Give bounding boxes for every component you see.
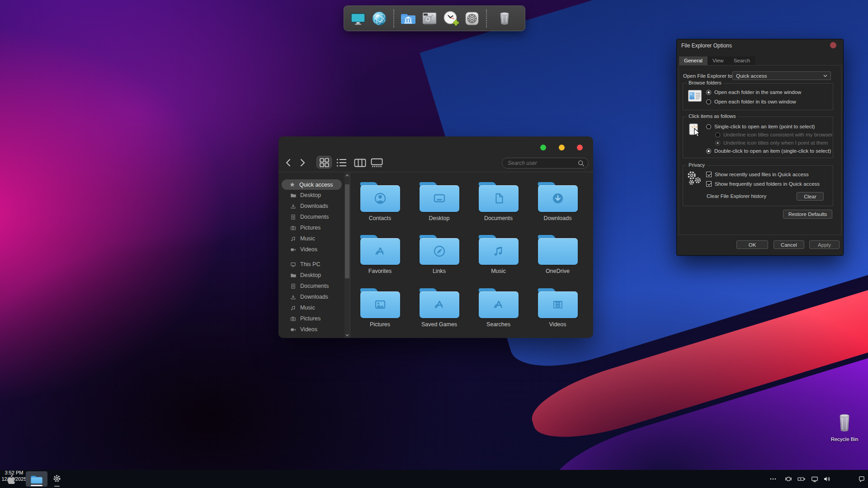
tab-search[interactable]: Search [729, 56, 755, 65]
open-to-dropdown[interactable]: Quick access [732, 71, 831, 80]
sidebar-item-pc-music[interactable]: Music [278, 302, 344, 313]
checkbox-frequent-folders[interactable]: Show frequently used folders in Quick ac… [706, 181, 820, 187]
tray-cast-icon[interactable] [785, 475, 792, 483]
checkbox-recent-files[interactable]: Show recently used files in Quick access [706, 172, 809, 177]
forward-button[interactable] [298, 158, 307, 169]
sidebar-item-label: Documents [300, 214, 329, 220]
file-grid: Contacts Desktop Documents Downloads Fav… [350, 173, 593, 338]
taskbar-settings-gear-icon[interactable] [52, 474, 61, 484]
taskbar-file-explorer-button[interactable] [26, 471, 47, 487]
dialog-close-button[interactable] [830, 42, 836, 48]
radio-button[interactable] [706, 90, 711, 95]
folder-item-documents[interactable]: Documents [469, 182, 528, 233]
folder-label: Videos [528, 321, 587, 328]
radio-own-window[interactable]: Open each folder in its own window [706, 99, 796, 104]
radio-button[interactable] [715, 141, 720, 145]
radio-same-window[interactable]: Open each folder in the same window [706, 89, 801, 95]
sidebar-scrollbar[interactable] [344, 173, 350, 338]
network-globe-icon[interactable] [369, 8, 389, 29]
window-zoom-button[interactable] [540, 145, 546, 150]
folder-label: Saved Games [410, 321, 469, 328]
ok-button[interactable]: OK [736, 240, 768, 249]
sidebar-item-label: Downloads [300, 203, 328, 209]
folder-item-links[interactable]: Links [410, 235, 469, 286]
radio-button[interactable] [715, 132, 720, 137]
sidebar-item-pc-downloads[interactable]: Downloads [278, 291, 344, 302]
checkbox[interactable] [706, 181, 712, 187]
sidebar-item-videos[interactable]: Videos [278, 244, 344, 255]
radio-button[interactable] [706, 149, 711, 154]
apply-button[interactable]: Apply [809, 240, 840, 249]
folder-item-music[interactable]: Music [469, 235, 528, 286]
folder-label: OneDrive [528, 268, 587, 274]
recycle-bin-label: Recycle Bin [822, 436, 867, 442]
sidebar-item-this-pc[interactable]: This PC [278, 259, 344, 270]
radio-label: Double-click to open an item (single-cli… [714, 148, 831, 154]
radio-single-click[interactable]: Single-click to open an item (point to s… [706, 124, 815, 129]
sidebar-item-pc-videos[interactable]: Videos [278, 324, 344, 335]
dialog-title: File Explorer Options [681, 42, 732, 49]
folder-item-favorites[interactable]: Favorites [350, 235, 410, 286]
tab-view[interactable]: View [708, 56, 729, 65]
restore-defaults-button[interactable]: Restore Defaults [783, 210, 832, 219]
gallery-view-button[interactable] [371, 158, 383, 169]
sidebar-item-pc-documents[interactable]: Documents [278, 281, 344, 291]
folder-item-desktop[interactable]: Desktop [410, 182, 469, 233]
window-close-button[interactable] [577, 145, 583, 150]
folder-item-searches[interactable]: Searches [469, 288, 528, 338]
sidebar-item-pictures[interactable]: Pictures [278, 222, 344, 233]
tray-overflow-icon[interactable] [769, 475, 777, 483]
radio-button[interactable] [706, 124, 711, 129]
sidebar-item-downloads[interactable]: Downloads [278, 201, 344, 211]
list-view-button[interactable] [336, 158, 348, 169]
library-folder-icon[interactable] [398, 8, 418, 29]
scrollbar-thumb[interactable] [345, 184, 349, 278]
radio-double-click[interactable]: Double-click to open an item (single-cli… [706, 148, 831, 154]
search-input[interactable] [502, 158, 589, 169]
folder-item-saved-games[interactable]: Saved Games [410, 288, 469, 338]
checkbox[interactable] [706, 172, 712, 177]
trash-icon[interactable] [495, 8, 514, 29]
radio-underline-browser[interactable]: Underline icon titles consistent with my… [715, 132, 833, 137]
folder-item-onedrive[interactable]: OneDrive [528, 235, 587, 286]
scroll-up-icon[interactable] [345, 174, 349, 177]
time-machine-clock-icon[interactable] [441, 8, 461, 29]
displays-icon[interactable] [348, 8, 368, 29]
grid-view-button[interactable] [316, 156, 332, 169]
cancel-button[interactable]: Cancel [774, 240, 804, 249]
folder-item-downloads[interactable]: Downloads [528, 182, 587, 233]
download-icon [290, 294, 296, 300]
tray-volume-icon[interactable] [823, 475, 830, 483]
sidebar-item-documents[interactable]: Documents [278, 211, 344, 222]
hard-drive-icon[interactable] [420, 8, 439, 29]
tab-general[interactable]: General [679, 56, 708, 65]
sidebar-item-pc-pictures[interactable]: Pictures [278, 313, 344, 324]
folder-icon [479, 235, 519, 265]
sidebar-item-music[interactable]: Music [278, 233, 344, 244]
folder-item-videos[interactable]: Videos [528, 288, 587, 338]
tray-network-icon[interactable] [811, 475, 818, 483]
running-app-indicator [54, 486, 60, 487]
radio-button[interactable] [706, 99, 711, 104]
tray-battery-icon[interactable] [797, 475, 806, 483]
radio-underline-point[interactable]: Underline icon titles only when I point … [715, 140, 828, 145]
start-apple-icon[interactable] [7, 474, 15, 484]
system-preferences-icon[interactable] [462, 8, 482, 29]
recycle-bin-desktop-icon[interactable]: Recycle Bin [822, 412, 867, 442]
scroll-down-icon[interactable] [345, 334, 349, 337]
folder-icon [538, 235, 578, 265]
sidebar-item-desktop[interactable]: Desktop [278, 190, 344, 201]
folder-item-contacts[interactable]: Contacts [350, 182, 410, 233]
dock [344, 5, 525, 31]
folder-icon [290, 192, 296, 198]
radio-label: Single-click to open an item (point to s… [714, 124, 815, 129]
folder-icon [538, 288, 578, 318]
clear-button[interactable]: Clear [797, 192, 824, 201]
columns-view-button[interactable] [354, 159, 366, 169]
window-minimize-button[interactable] [559, 145, 565, 150]
folder-item-pictures[interactable]: Pictures [350, 288, 410, 338]
back-button[interactable] [284, 158, 292, 169]
tray-notifications-icon[interactable] [858, 475, 865, 483]
sidebar-item-quick-access[interactable]: Quick access [282, 179, 342, 190]
sidebar-item-pc-desktop[interactable]: Desktop [278, 270, 344, 281]
